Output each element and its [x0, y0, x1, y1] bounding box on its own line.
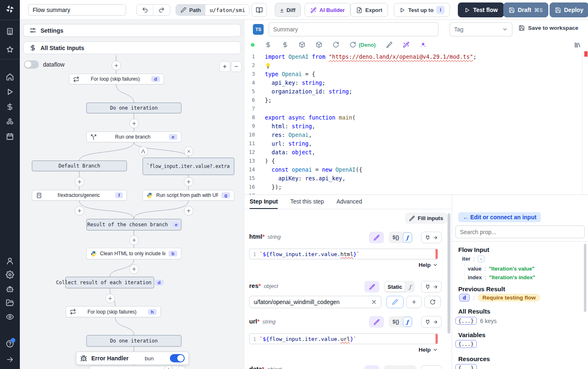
clear-x-icon[interactable]: [371, 299, 377, 305]
user-icon[interactable]: [6, 257, 14, 265]
dollar-icon[interactable]: [265, 41, 271, 48]
flow-summary-input[interactable]: [28, 4, 126, 16]
code-line[interactable]: 1import OpenAI from "https://deno.land/x…: [244, 52, 583, 61]
zoom-out-button[interactable]: −: [231, 61, 242, 72]
code-line[interactable]: 15 apiKey: res.api_key,: [244, 174, 583, 182]
all-results-object-button[interactable]: {...}: [455, 317, 477, 325]
insert-step-button[interactable]: [75, 206, 84, 216]
code-line[interactable]: 13) {: [244, 156, 583, 165]
zoom-in-button[interactable]: +: [219, 61, 230, 72]
flow-node-error-handler[interactable]: Error Handler bun: [76, 352, 189, 365]
url-connect-button[interactable]: [421, 316, 442, 328]
res-add-button[interactable]: [406, 296, 422, 308]
dataflow-toggle[interactable]: [24, 60, 39, 69]
insert-step-button[interactable]: [129, 264, 139, 274]
code-line[interactable]: 3type Openai = {: [244, 69, 583, 78]
res-resource-input[interactable]: u/faton/openai_windmill_codegen: [249, 296, 381, 308]
data-connect-button[interactable]: [421, 365, 442, 369]
schedules-calendar-icon[interactable]: [6, 132, 14, 141]
code-line[interactable]: 6};: [244, 96, 583, 104]
flow-input-value-row[interactable]: value : "Iteration's value": [468, 266, 535, 272]
flow-node-run-one-branch[interactable]: Run one branch e: [86, 132, 181, 142]
url-ai-button[interactable]: [369, 316, 384, 328]
path-button[interactable]: Path: [176, 5, 205, 15]
runs-play-icon[interactable]: [6, 88, 14, 96]
function-mode-button[interactable]: ƒ: [403, 232, 412, 242]
flow-canvas[interactable]: dataflow + − For loop (skip failures) d …: [20, 55, 244, 369]
code-line[interactable]: 8export async function main(: [244, 113, 583, 122]
error-handler-toggle[interactable]: [170, 354, 185, 362]
res-edit-button[interactable]: [386, 296, 404, 308]
flow-node-do-one-iteration-2[interactable]: Do one iteration: [86, 335, 181, 347]
step-summary-input[interactable]: [269, 22, 438, 36]
insert-step-button[interactable]: [184, 177, 193, 187]
groups-icon[interactable]: [6, 117, 14, 126]
connect-panel-scrollbar[interactable]: [584, 244, 586, 312]
ai-wand-icon[interactable]: [403, 41, 409, 48]
tab-advanced[interactable]: Advanced: [336, 195, 362, 209]
res-connect-button[interactable]: [421, 281, 442, 292]
flow-node-default-branch[interactable]: Default Branch: [32, 161, 127, 171]
windmill-logo-icon[interactable]: [5, 4, 15, 14]
code-line[interactable]: 9 html: string,: [244, 122, 583, 130]
draft-button[interactable]: Draft ⌘S: [503, 2, 548, 17]
collapse-arrow-icon[interactable]: [6, 355, 14, 364]
package-icon[interactable]: [316, 41, 322, 48]
html-help-toggle[interactable]: Help: [419, 262, 438, 268]
insert-step-button[interactable]: [129, 235, 139, 245]
package-icon[interactable]: [299, 41, 305, 48]
format-brush-icon[interactable]: [386, 41, 393, 48]
flow-node-extractors-generic[interactable]: f/extractors/generic f: [32, 190, 127, 201]
flow-node-do-one-iteration[interactable]: Do one iteration: [86, 103, 181, 113]
edit-or-connect-button[interactable]: ← Edit or connect an input: [458, 212, 541, 222]
code-line[interactable]: 10 res: Openai,: [244, 130, 583, 139]
docs-book-button[interactable]: [252, 3, 267, 17]
code-line[interactable]: 4 api_key: string;: [244, 78, 583, 87]
redo-button[interactable]: [153, 5, 170, 15]
flow-node-forloop-h[interactable]: For loop (skip failures) h: [66, 306, 161, 317]
variables-object-button[interactable]: {...}: [455, 340, 477, 348]
export-button[interactable]: Export: [350, 3, 388, 17]
home-icon[interactable]: [6, 73, 14, 81]
path-value[interactable]: u/faton/smi: [205, 5, 249, 15]
url-help-toggle[interactable]: Help: [419, 347, 438, 353]
flow-input-index-row[interactable]: index : "Iteration's index": [468, 274, 535, 280]
diff-button[interactable]: ± Diff: [275, 3, 301, 17]
tab-test-this-step[interactable]: Test this step: [290, 195, 324, 209]
favorites-star-icon[interactable]: [6, 46, 14, 54]
data-ai-button[interactable]: [364, 365, 379, 369]
tab-step-input[interactable]: Step Input: [250, 195, 278, 209]
deploy-button[interactable]: Deploy: [550, 2, 588, 17]
code-line[interactable]: 16 });: [244, 182, 583, 191]
step-panel-scrollbar[interactable]: [448, 213, 450, 333]
collapse-button[interactable]: -: [478, 255, 485, 262]
test-flow-button[interactable]: Test flow: [458, 2, 504, 17]
bot-icon[interactable]: [6, 285, 14, 293]
save-to-workspace-button[interactable]: Save to workspace: [519, 25, 578, 31]
code-line[interactable]: 14 const openai = new OpenAI({: [244, 165, 583, 174]
data-mode-toggle[interactable]: [384, 365, 416, 369]
library-panel-icon[interactable]: [574, 41, 581, 48]
res-refresh-button[interactable]: [424, 296, 441, 308]
flow-node-result-chosen-branch[interactable]: Result of the chosen branch e: [86, 219, 181, 230]
deno-reload-group[interactable]: (Deno): [350, 41, 376, 48]
url-expr-input[interactable]: 1 `${flow_input.iter.value.url}`: [249, 333, 438, 344]
code-line[interactable]: 2💡: [244, 61, 583, 69]
flow-settings-row[interactable]: Settings: [23, 24, 241, 37]
expr-mode-button[interactable]: ${}: [390, 317, 402, 327]
code-content[interactable]: 1import OpenAI from "https://deno.land/x…: [244, 50, 583, 194]
code-line[interactable]: 5 organization_id: string;: [244, 87, 583, 96]
settings-gear-icon[interactable]: [6, 271, 14, 279]
ai-builder-button[interactable]: AI Builder: [305, 3, 350, 17]
folder-icon[interactable]: [6, 299, 14, 307]
code-line[interactable]: 11 url: string,: [244, 139, 583, 148]
insert-step-button[interactable]: [75, 177, 84, 187]
html-expr-input[interactable]: 1 `${flow_input.iter.value.html}`: [249, 249, 438, 259]
eye-icon[interactable]: [6, 313, 14, 321]
resources-object-button[interactable]: {...}: [455, 364, 477, 369]
fill-inputs-button[interactable]: Fill inputs: [405, 213, 447, 224]
flow-node-collect-result[interactable]: Collect result of each iteration d: [65, 277, 154, 288]
function-mode-button[interactable]: ƒ: [406, 282, 414, 292]
remove-branch-button[interactable]: [184, 146, 193, 156]
variables-dollar-icon[interactable]: [6, 103, 14, 111]
